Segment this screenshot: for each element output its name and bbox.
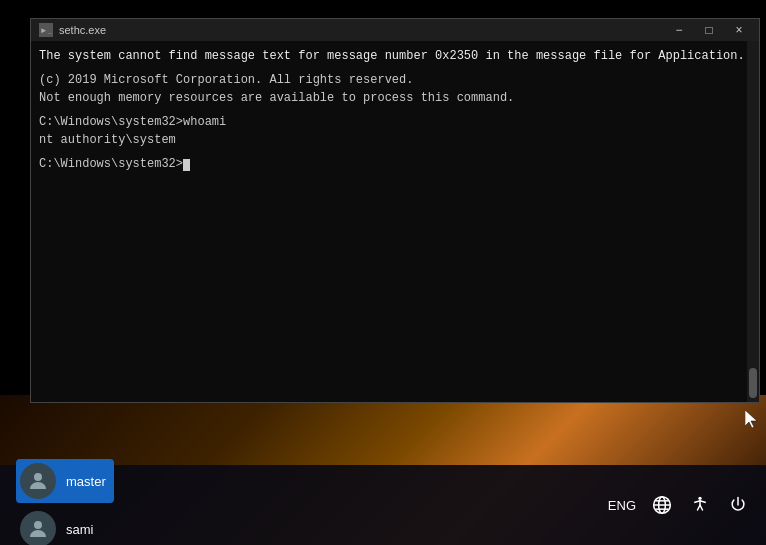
terminal-line-4: C:\Windows\system32>whoami: [39, 113, 751, 131]
language-icon[interactable]: [650, 493, 674, 517]
username-sami: sami: [66, 522, 93, 537]
terminal-body: The system cannot find message text for …: [31, 41, 759, 402]
terminal-icon: ►_: [39, 23, 53, 37]
window-title: sethc.exe: [59, 24, 106, 36]
terminal-line-2: (c) 2019 Microsoft Corporation. All righ…: [39, 71, 751, 89]
svg-point-7: [698, 497, 701, 500]
svg-point-1: [34, 521, 42, 529]
avatar-sami: [20, 511, 56, 545]
avatar-master: [20, 463, 56, 499]
login-bar: master sami ENG: [0, 465, 766, 545]
power-icon[interactable]: [726, 493, 750, 517]
title-controls: − □ ×: [665, 21, 753, 39]
title-bar: ►_ sethc.exe − □ ×: [31, 19, 759, 41]
terminal-line-1: The system cannot find message text for …: [39, 47, 751, 65]
user-item-master[interactable]: master: [16, 459, 114, 503]
terminal-cursor: [183, 159, 190, 171]
title-bar-left: ►_ sethc.exe: [39, 23, 106, 37]
scrollbar[interactable]: [747, 41, 759, 402]
user-list: master sami: [16, 459, 114, 545]
scrollbar-thumb[interactable]: [749, 368, 757, 398]
username-master: master: [66, 474, 106, 489]
close-button[interactable]: ×: [725, 21, 753, 39]
terminal-window: ►_ sethc.exe − □ × The system cannot fin…: [30, 18, 760, 403]
maximize-button[interactable]: □: [695, 21, 723, 39]
user-item-sami[interactable]: sami: [16, 507, 114, 545]
bottom-controls: ENG: [608, 493, 750, 517]
accessibility-icon[interactable]: [688, 493, 712, 517]
terminal-line-5: nt authority\system: [39, 131, 751, 149]
minimize-button[interactable]: −: [665, 21, 693, 39]
language-label: ENG: [608, 498, 636, 513]
terminal-line-3: Not enough memory resources are availabl…: [39, 89, 751, 107]
terminal-line-6: C:\Windows\system32>: [39, 155, 751, 173]
svg-point-0: [34, 473, 42, 481]
